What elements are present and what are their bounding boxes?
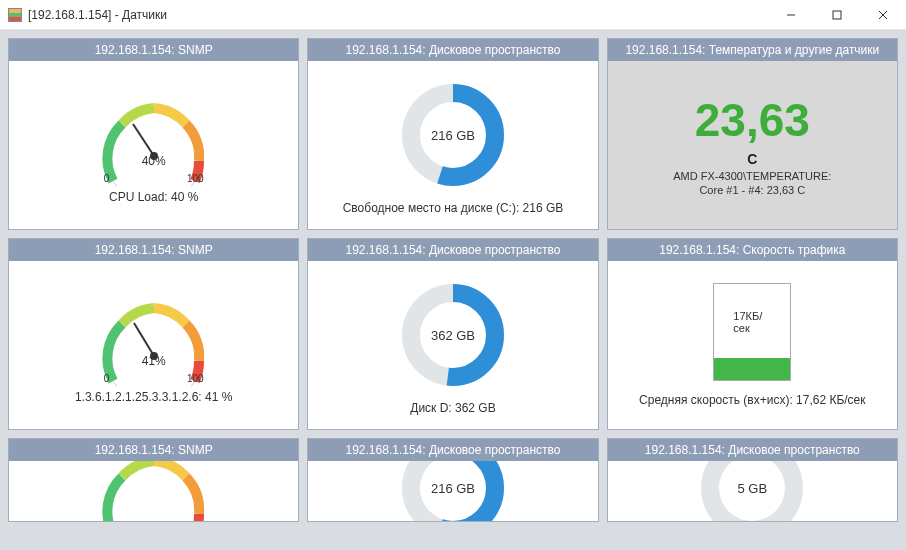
sensor-card-disk-d[interactable]: 192.168.1.154: Дисковое пространство 362… xyxy=(307,238,598,430)
card-body xyxy=(9,461,298,521)
donut-chart: 216 GB xyxy=(393,461,513,521)
app-icon xyxy=(8,8,22,22)
gauge-chart: 41% 0 100 xyxy=(84,286,224,386)
content-area: 192.168.1.154: SNMP 40% 0 xyxy=(0,30,906,550)
sensor-card-snmp-oid[interactable]: 192.168.1.154: SNMP 41% 0 xyxy=(8,238,299,430)
maximize-button[interactable] xyxy=(814,0,860,29)
temperature-line2: Core #1 - #4: 23,63 C xyxy=(699,183,805,197)
gauge-min: 0 xyxy=(104,173,110,184)
donut-label: 216 GB xyxy=(431,481,475,496)
card-body: 41% 0 100 1.3.6.1.2.1.25.3.3.1.2.6: 41 % xyxy=(9,261,298,429)
card-header: 192.168.1.154: SNMP xyxy=(9,39,298,61)
temperature-unit: C xyxy=(747,151,757,167)
minimize-button[interactable] xyxy=(768,0,814,29)
gauge-value: 41% xyxy=(142,354,166,368)
card-header: 192.168.1.154: SNMP xyxy=(9,239,298,261)
sensor-card-temperature[interactable]: 192.168.1.154: Температура и другие датч… xyxy=(607,38,898,230)
card-body: 17КБ/сек Средняя скорость (вх+исх): 17,6… xyxy=(608,261,897,429)
sensor-card-disk-3[interactable]: 192.168.1.154: Дисковое пространство 216… xyxy=(307,438,598,522)
card-caption: 1.3.6.1.2.1.25.3.3.1.2.6: 41 % xyxy=(75,390,232,404)
card-body: 40% 0 100 CPU Load: 40 % xyxy=(9,61,298,229)
traffic-fill xyxy=(714,358,790,380)
card-body: 216 GB Свободное место на диске (C:): 21… xyxy=(308,61,597,229)
card-body: 5 GB xyxy=(608,461,897,521)
donut-chart: 216 GB xyxy=(393,75,513,195)
titlebar[interactable]: [192.168.1.154] - Датчики xyxy=(0,0,906,30)
sensor-card-snmp-3[interactable]: 192.168.1.154: SNMP xyxy=(8,438,299,522)
traffic-bar-chart: 17КБ/сек xyxy=(713,283,791,381)
card-header: 192.168.1.154: Дисковое пространство xyxy=(308,39,597,61)
card-body: 216 GB xyxy=(308,461,597,521)
donut-chart: 5 GB xyxy=(692,461,812,521)
card-header: 192.168.1.154: SNMP xyxy=(9,439,298,461)
sensor-card-cpu-load[interactable]: 192.168.1.154: SNMP 40% 0 xyxy=(8,38,299,230)
gauge-min: 0 xyxy=(104,373,110,384)
sensor-card-disk-4[interactable]: 192.168.1.154: Дисковое пространство 5 G… xyxy=(607,438,898,522)
window-title: [192.168.1.154] - Датчики xyxy=(28,8,768,22)
sensor-card-traffic[interactable]: 192.168.1.154: Скорость трафика 17КБ/сек… xyxy=(607,238,898,430)
traffic-value: 17КБ/сек xyxy=(733,310,771,334)
gauge-max: 100 xyxy=(187,373,204,384)
donut-label: 5 GB xyxy=(738,481,768,496)
card-header: 192.168.1.154: Температура и другие датч… xyxy=(608,39,897,61)
card-header: 192.168.1.154: Дисковое пространство xyxy=(308,439,597,461)
window-buttons xyxy=(768,0,906,29)
gauge-value: 40% xyxy=(142,154,166,168)
gauge-chart xyxy=(84,461,224,521)
card-body: 362 GB Диск D: 362 GB xyxy=(308,261,597,429)
temperature-line1: AMD FX-4300\TEMPERATURE: xyxy=(673,169,831,183)
gauge-max: 100 xyxy=(187,173,204,184)
svg-line-5 xyxy=(133,124,154,156)
card-header: 192.168.1.154: Скорость трафика xyxy=(608,239,897,261)
card-body: 23,63 C AMD FX-4300\TEMPERATURE: Core #1… xyxy=(608,61,897,229)
card-caption: Диск D: 362 GB xyxy=(410,401,495,415)
donut-label: 216 GB xyxy=(431,128,475,143)
gauge-chart: 40% 0 100 xyxy=(84,86,224,186)
svg-line-10 xyxy=(134,323,154,356)
svg-point-14 xyxy=(106,461,202,521)
sensor-grid: 192.168.1.154: SNMP 40% 0 xyxy=(8,38,898,522)
donut-label: 362 GB xyxy=(431,328,475,343)
card-caption: Средняя скорость (вх+исх): 17,62 КБ/сек xyxy=(639,393,865,407)
temperature-value: 23,63 xyxy=(695,93,810,147)
card-caption: CPU Load: 40 % xyxy=(109,190,198,204)
close-button[interactable] xyxy=(860,0,906,29)
sensor-card-disk-c[interactable]: 192.168.1.154: Дисковое пространство 216… xyxy=(307,38,598,230)
svg-rect-1 xyxy=(833,11,841,19)
card-caption: Свободное место на диске (C:): 216 GB xyxy=(343,201,564,215)
card-header: 192.168.1.154: Дисковое пространство xyxy=(308,239,597,261)
card-header: 192.168.1.154: Дисковое пространство xyxy=(608,439,897,461)
donut-chart: 362 GB xyxy=(393,275,513,395)
